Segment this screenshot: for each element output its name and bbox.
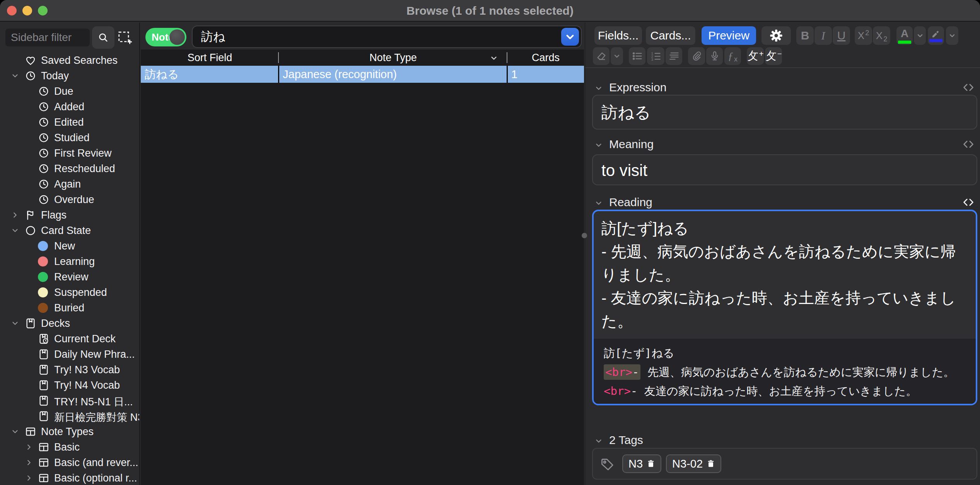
cell-cards[interactable]: 1 (511, 66, 581, 83)
cell-sort-field[interactable]: 訪ねる (145, 66, 276, 83)
reading-html-source[interactable]: 訪[たず]ねる<br>- 先週、病気のおばあさんを訪ねるために実家に帰りました。… (594, 338, 976, 405)
sidebar-item-buried[interactable]: Buried (0, 300, 140, 316)
chevron-down-icon[interactable] (11, 319, 19, 328)
cell-note-type[interactable]: Japanese (recognition) (283, 66, 503, 83)
sidebar-item-try-n3-vocab[interactable]: Try! N3 Vocab (0, 362, 140, 377)
source-code-line[interactable]: <br>- 友達の家に訪ねった時、お土産を持っていきました。 (604, 382, 966, 401)
sidebar-item-learning[interactable]: Learning (0, 254, 140, 269)
sidebar-item-decks[interactable]: Decks (0, 316, 140, 331)
sidebar-item-due[interactable]: Due (0, 84, 140, 99)
source-code-line[interactable]: <br>- 先週、病気のおばあさんを訪ねるために実家に帰りました。 (604, 363, 966, 382)
paperclip-icon (691, 51, 702, 61)
furigana-generate-button[interactable]: 攵+ (747, 47, 764, 65)
chevron-right-icon[interactable] (25, 443, 33, 451)
cards-button[interactable]: Cards... (646, 26, 695, 45)
unordered-list-button[interactable] (629, 47, 645, 65)
sidebar-item-review[interactable]: Review (0, 269, 140, 285)
attach-file-button[interactable] (688, 47, 705, 65)
collapse-chevron-icon[interactable] (594, 84, 603, 92)
collapse-chevron-icon[interactable] (594, 437, 603, 445)
field-input-meaning[interactable]: to visit (592, 154, 977, 185)
sidebar-item-try-n4-vocab[interactable]: Try! N4 Vocab (0, 377, 140, 393)
editor-settings-button[interactable] (761, 26, 791, 45)
toggle-knob[interactable] (169, 29, 185, 45)
text-color-button[interactable]: A (896, 26, 913, 45)
row-divider (507, 66, 508, 83)
text-color-dropdown-button[interactable] (914, 26, 926, 45)
bold-button[interactable]: B (796, 26, 814, 45)
ordered-list-button[interactable]: 123 (647, 47, 664, 65)
tags-area[interactable]: N3N3-02 (592, 448, 977, 480)
sidebar-item-added[interactable]: Added (0, 99, 140, 114)
sidebar-item-today[interactable]: Today (0, 68, 140, 84)
search-input[interactable] (193, 26, 556, 47)
column-sort-chevron-icon[interactable] (490, 54, 498, 62)
highlight-color-button[interactable] (928, 26, 944, 45)
source-code-line[interactable]: 訪[たず]ねる (604, 344, 966, 363)
html-editor-toggle-icon-active[interactable] (962, 197, 975, 208)
sidebar-item-current-deck[interactable]: Current Deck (0, 331, 140, 347)
sidebar-item-label: Added (54, 101, 84, 113)
underline-button[interactable]: U (833, 26, 850, 45)
html-editor-toggle-icon[interactable] (962, 139, 975, 150)
sidebar-item-studied[interactable]: Studied (0, 130, 140, 145)
reading-rich-text[interactable]: 訪[たず]ねる - 先週、病気のおばあさんを訪ねるために実家に帰りました。 - … (594, 211, 976, 338)
indent-paragraph-button[interactable] (666, 47, 682, 65)
sidebar-item-edited[interactable]: Edited (0, 114, 140, 130)
sidebar-select-mode-button[interactable] (118, 30, 133, 46)
notes-cards-toggle[interactable]: Notes (145, 28, 186, 46)
sidebar-item-n3[interactable]: 新日檢完勝對策 N3 (0, 408, 140, 424)
field-label: Meaning (609, 138, 654, 151)
state-dot-icon (38, 303, 48, 313)
html-editor-toggle-icon[interactable] (962, 82, 975, 93)
math-equations-button[interactable]: ƒx (724, 47, 741, 65)
chevron-down-icon[interactable] (11, 72, 19, 80)
remove-formatting-dropdown-button[interactable] (611, 47, 623, 65)
sidebar-item-flags[interactable]: Flags (0, 207, 140, 223)
remove-formatting-button[interactable] (593, 47, 610, 65)
superscript-button[interactable]: X2 (855, 26, 872, 45)
sidebar-search-button[interactable] (92, 26, 114, 49)
sidebar-item-basic-optional-r[interactable]: Basic (optional r... (0, 470, 140, 485)
sidebar-item-note-types[interactable]: Note Types (0, 424, 140, 439)
collapse-chevron-icon[interactable] (594, 199, 603, 207)
sidebar-item-saved-searches[interactable]: Saved Searches (0, 53, 140, 68)
sidebar-item-card-state[interactable]: Card State (0, 223, 140, 238)
trash-icon[interactable] (707, 459, 715, 468)
sidebar-item-suspended[interactable]: Suspended (0, 285, 140, 300)
italic-button[interactable]: I (814, 26, 832, 45)
sidebar-filter-input[interactable] (5, 29, 90, 46)
chevron-right-icon[interactable] (25, 458, 33, 467)
sidebar-item-daily-new-phra[interactable]: Daily New Phra... (0, 347, 140, 362)
sidebar-item-again[interactable]: Again (0, 176, 140, 192)
sidebar-item-try-n5-n1[interactable]: TRY! N5-N1 日... (0, 393, 140, 408)
chevron-down-icon[interactable] (11, 427, 19, 436)
column-header-cards[interactable]: Cards (507, 50, 584, 66)
collapse-chevron-icon[interactable] (594, 141, 603, 149)
field-input-expression[interactable]: 訪ねる (592, 95, 977, 130)
sidebar-item-label: Basic (54, 441, 80, 453)
sidebar-item-first-review[interactable]: First Review (0, 145, 140, 161)
table-row-selected[interactable]: 訪ねる Japanese (recognition) 1 (141, 66, 584, 83)
chevron-right-icon[interactable] (11, 211, 19, 219)
record-audio-button[interactable] (706, 47, 723, 65)
subscript-button[interactable]: X2 (873, 26, 890, 45)
chevron-down-icon[interactable] (11, 226, 19, 235)
pane-splitter-handle[interactable] (582, 233, 587, 238)
sidebar-item-overdue[interactable]: Overdue (0, 192, 140, 207)
search-history-dropdown-button[interactable] (561, 28, 579, 46)
sidebar-item-basic-and-rever[interactable]: Basic (and rever... (0, 455, 140, 470)
fields-button[interactable]: Fields... (594, 26, 642, 45)
highlight-color-dropdown-button[interactable] (946, 26, 958, 45)
column-header-sort-field[interactable]: Sort Field (141, 50, 279, 66)
tag-chip-n3[interactable]: N3 (622, 454, 661, 473)
sidebar-item-rescheduled[interactable]: Rescheduled (0, 161, 140, 176)
tag-chip-n3-02[interactable]: N3-02 (666, 454, 721, 473)
chevron-right-icon[interactable] (25, 474, 33, 482)
furigana-remove-button[interactable]: 攵− (765, 47, 782, 65)
sidebar-item-basic[interactable]: Basic (0, 439, 140, 455)
trash-icon[interactable] (647, 459, 655, 468)
column-header-note-type[interactable]: Note Type (279, 50, 507, 66)
sidebar-item-new[interactable]: New (0, 238, 140, 254)
preview-button[interactable]: Preview (702, 26, 756, 45)
